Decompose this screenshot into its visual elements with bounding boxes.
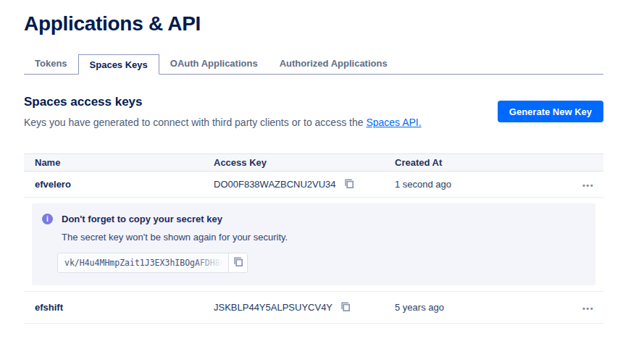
- created-at-value: 1 second ago: [395, 179, 574, 190]
- secret-key-field[interactable]: vk/H4u4MHmpZait1J3EX3hIBOgAFDH8n6gTv3H: [57, 253, 229, 273]
- secret-key-notice-row: i Don't forget to copy your secret key T…: [24, 198, 603, 292]
- column-header-access-key: Access Key: [214, 157, 395, 168]
- copy-icon: [340, 301, 351, 314]
- table-row: efvelero DO00F838WAZBCNU2VU34 1 second a…: [24, 172, 603, 198]
- page-title: Applications & API: [24, 12, 603, 35]
- spaces-keys-table: Name Access Key Created At efvelero DO00…: [24, 153, 603, 324]
- access-key-value: DO00F838WAZBCNU2VU34: [214, 179, 336, 190]
- notice-subtitle: The secret key won't be shown again for …: [62, 232, 585, 243]
- copy-secret-key-button[interactable]: [228, 253, 248, 273]
- table-row: efshift JSKBLP44Y5ALPSUYCV4Y 5 years ago…: [24, 292, 603, 324]
- notice-title: Don't forget to copy your secret key: [62, 214, 222, 224]
- notice-header: i Don't forget to copy your secret key: [42, 214, 585, 224]
- more-actions-menu-icon[interactable]: •••: [582, 182, 594, 189]
- access-key-cell: DO00F838WAZBCNU2VU34: [214, 178, 395, 191]
- table-header-row: Name Access Key Created At: [24, 153, 603, 172]
- secret-key-field-group: vk/H4u4MHmpZait1J3EX3hIBOgAFDH8n6gTv3H: [57, 253, 248, 273]
- info-icon: i: [42, 214, 53, 224]
- tab-tokens[interactable]: Tokens: [24, 54, 78, 74]
- more-actions-menu-icon[interactable]: •••: [582, 305, 594, 312]
- key-name: efvelero: [24, 179, 214, 190]
- row-actions: •••: [574, 301, 603, 314]
- created-at-value: 5 years ago: [395, 302, 574, 313]
- generate-new-key-button[interactable]: Generate New Key: [498, 101, 603, 122]
- access-key-cell: JSKBLP44Y5ALPSUYCV4Y: [214, 301, 395, 314]
- section-header: Spaces access keys Keys you have generat…: [24, 95, 603, 128]
- section-heading: Spaces access keys: [24, 95, 422, 109]
- tab-bar: Tokens Spaces Keys OAuth Applications Au…: [24, 54, 603, 75]
- access-key-value: JSKBLP44Y5ALPSUYCV4Y: [214, 302, 333, 313]
- spaces-keys-page: Applications & API Tokens Spaces Keys OA…: [24, 12, 603, 324]
- tab-authorized-applications[interactable]: Authorized Applications: [269, 54, 398, 74]
- secret-key-notice-panel: i Don't forget to copy your secret key T…: [32, 203, 595, 285]
- tab-spaces-keys[interactable]: Spaces Keys: [78, 54, 159, 75]
- copy-access-key-button[interactable]: [343, 178, 354, 191]
- tab-oauth-applications[interactable]: OAuth Applications: [159, 54, 269, 74]
- row-actions: •••: [574, 178, 603, 191]
- spaces-api-link[interactable]: Spaces API.: [366, 117, 421, 128]
- copy-icon: [233, 256, 243, 269]
- section-header-text: Spaces access keys Keys you have generat…: [24, 95, 422, 128]
- section-description: Keys you have generated to connect with …: [24, 117, 422, 128]
- key-name: efshift: [24, 302, 214, 313]
- column-header-created-at: Created At: [395, 157, 574, 168]
- copy-icon: [343, 178, 354, 191]
- column-header-name: Name: [24, 157, 214, 168]
- section-description-text: Keys you have generated to connect with …: [24, 117, 366, 128]
- copy-access-key-button[interactable]: [340, 301, 351, 314]
